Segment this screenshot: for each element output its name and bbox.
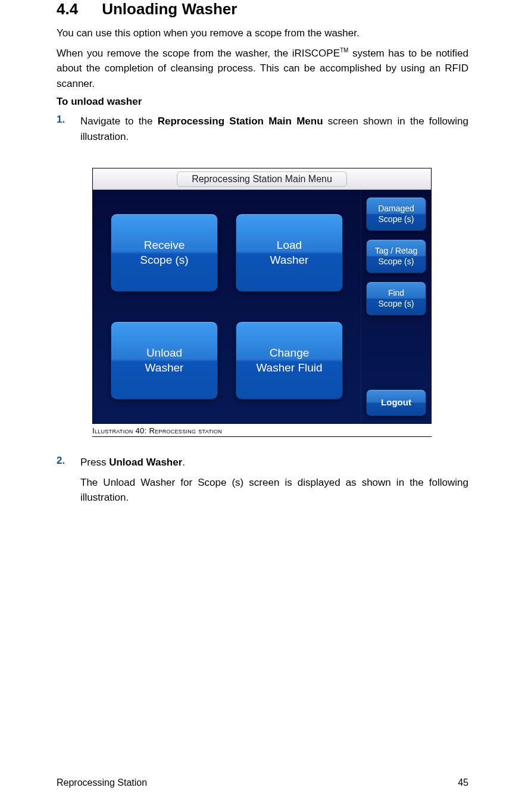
- step-2-cont-a: The: [80, 477, 103, 488]
- step-2-cont-bold: Unload Washer for Scope (s): [103, 477, 243, 488]
- screenshot-titlebar: Reprocessing Station Main Menu: [93, 168, 431, 190]
- titlebar-inner: Reprocessing Station Main Menu: [177, 171, 347, 187]
- caption-number: 40: [133, 426, 145, 435]
- caption-prefix: Illustration: [92, 426, 133, 435]
- illustration-40: Reprocessing Station Main Menu Receive S…: [92, 168, 432, 437]
- side-spacer: [366, 324, 426, 381]
- illustration-caption: Illustration 40: Reprocessing station: [92, 426, 432, 437]
- button-grid: Receive Scope (s) Load Washer Unload Was…: [105, 208, 349, 405]
- step-1-bold: Reprocessing Station Main Menu: [158, 115, 323, 127]
- step-1-text-a: Navigate to the: [80, 115, 158, 127]
- screenshot-reprocessing-station: Reprocessing Station Main Menu Receive S…: [92, 168, 432, 424]
- damaged-scopes-button[interactable]: Damaged Scope (s): [366, 197, 426, 231]
- change-washer-fluid-button[interactable]: Change Washer Fluid: [236, 321, 343, 399]
- screenshot-title: Reprocessing Station Main Menu: [192, 174, 332, 184]
- step-1: 1. Navigate to the Reprocessing Station …: [57, 114, 468, 144]
- trademark-superscript: TM: [340, 47, 348, 54]
- p2-text-a: When you remove the scope from the washe…: [57, 48, 340, 59]
- step-2-continuation: The Unload Washer for Scope (s) screen i…: [80, 475, 468, 505]
- step-2-number: 2.: [57, 455, 68, 470]
- section-heading: 4.4 Unloading Washer: [57, 0, 468, 18]
- screenshot-body: Receive Scope (s) Load Washer Unload Was…: [93, 190, 431, 423]
- paragraph-1: You can use this option when you remove …: [57, 26, 468, 41]
- step-2-text-b: .: [182, 457, 185, 468]
- section-number: 4.4: [57, 0, 78, 18]
- step-1-text: Navigate to the Reprocessing Station Mai…: [80, 114, 468, 144]
- step-2-bold: Unload Washer: [109, 457, 182, 468]
- unload-washer-button[interactable]: Unload Washer: [111, 321, 218, 399]
- page-footer: Reprocessing Station 45: [57, 777, 468, 788]
- footer-left: Reprocessing Station: [57, 777, 147, 788]
- tag-retag-scopes-button[interactable]: Tag / Retag Scope (s): [366, 239, 426, 273]
- find-scopes-button[interactable]: Find Scope (s): [366, 282, 426, 316]
- load-washer-button[interactable]: Load Washer: [236, 214, 343, 292]
- paragraph-2: When you remove the scope from the washe…: [57, 46, 468, 92]
- main-button-area: Receive Scope (s) Load Washer Unload Was…: [93, 190, 361, 423]
- step-2-text-a: Press: [80, 457, 109, 468]
- step-2-text: Press Unload Washer.: [80, 455, 468, 470]
- caption-rest: Reprocessing station: [149, 426, 222, 435]
- subheading: To unload washer: [57, 96, 468, 108]
- footer-page-number: 45: [458, 777, 468, 788]
- step-1-number: 1.: [57, 114, 68, 144]
- logout-button[interactable]: Logout: [366, 389, 426, 416]
- section-title: Unloading Washer: [102, 0, 237, 18]
- side-button-area: Damaged Scope (s) Tag / Retag Scope (s) …: [361, 190, 431, 423]
- step-2: 2. Press Unload Washer.: [57, 455, 468, 470]
- receive-scopes-button[interactable]: Receive Scope (s): [111, 214, 218, 292]
